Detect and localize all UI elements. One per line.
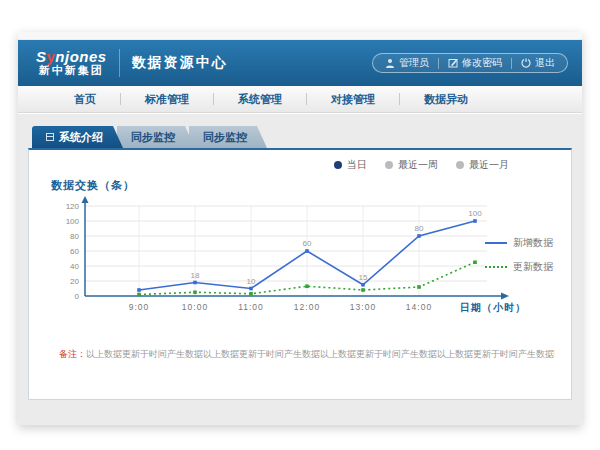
svg-text:9:00: 9:00 xyxy=(129,302,150,312)
document-icon xyxy=(46,133,54,141)
brand: Synjones 新中新集团 数据资源中心 xyxy=(36,49,228,77)
content-area: 系统介绍 同步监控 同步监控 当日 最近一周 xyxy=(18,114,582,425)
legend-label: 新增数据 xyxy=(513,236,553,250)
pill-divider xyxy=(438,58,439,69)
tab-sync-monitor-1[interactable]: 同步监控 xyxy=(117,126,195,148)
edit-icon xyxy=(448,58,458,68)
svg-text:100: 100 xyxy=(66,217,80,226)
power-icon xyxy=(521,58,531,68)
radio-label: 最近一月 xyxy=(469,158,509,172)
svg-text:20: 20 xyxy=(70,277,79,286)
svg-text:80: 80 xyxy=(415,224,424,233)
user-name-label: 管理员 xyxy=(399,56,429,70)
svg-text:12:00: 12:00 xyxy=(294,302,320,312)
user-menu: 管理员 修改密码 退出 xyxy=(372,53,568,73)
app-header: Synjones 新中新集团 数据资源中心 管理员 修改密码 退出 xyxy=(18,40,582,86)
legend-item-updated-data: 更新数据 xyxy=(485,260,553,274)
footnote: 备注：以上数据更新于时间产生数据以上数据更新于时间产生数据以上数据更新于时间产生… xyxy=(59,348,555,361)
chart-panel: 当日 最近一周 最近一月 数据交换（条） 0204060801001209:00… xyxy=(28,148,572,400)
radio-last-week[interactable]: 最近一周 xyxy=(385,158,438,172)
svg-text:120: 120 xyxy=(66,202,80,211)
radio-last-month[interactable]: 最近一月 xyxy=(456,158,509,172)
svg-text:60: 60 xyxy=(303,239,312,248)
main-nav: 首页 标准管理 系统管理 对接管理 数据异动 xyxy=(18,86,582,113)
svg-text:100: 100 xyxy=(468,209,482,218)
nav-item-data-change[interactable]: 数据异动 xyxy=(400,92,492,107)
tab-label: 同步监控 xyxy=(203,126,247,148)
line-chart: 0204060801001209:0010:0011:0012:0013:001… xyxy=(39,194,531,326)
footnote-label: 备注： xyxy=(59,349,86,359)
pill-divider xyxy=(511,58,512,69)
svg-text:11:00: 11:00 xyxy=(238,302,264,312)
radio-dot xyxy=(456,161,464,169)
svg-text:10:00: 10:00 xyxy=(182,302,208,312)
nav-item-interface-mgmt[interactable]: 对接管理 xyxy=(307,92,399,107)
radio-label: 最近一周 xyxy=(398,158,438,172)
legend-swatch-dotted xyxy=(485,266,507,268)
tab-bar: 系统介绍 同步监控 同步监控 xyxy=(28,126,572,148)
radio-dot xyxy=(334,161,342,169)
legend-swatch-solid xyxy=(485,242,507,244)
svg-text:日期（小时）: 日期（小时） xyxy=(460,302,526,313)
nav-item-standard-mgmt[interactable]: 标准管理 xyxy=(121,92,213,107)
radio-dot xyxy=(385,161,393,169)
svg-text:13:00: 13:00 xyxy=(350,302,376,312)
user-name[interactable]: 管理员 xyxy=(385,56,429,70)
window-top-strip xyxy=(18,32,582,40)
tab-label: 系统介绍 xyxy=(59,126,103,148)
nav-item-home[interactable]: 首页 xyxy=(50,92,120,107)
chart-legend: 新增数据 更新数据 xyxy=(485,236,553,284)
legend-item-new-data: 新增数据 xyxy=(485,236,553,250)
radio-label: 当日 xyxy=(347,158,367,172)
svg-text:10: 10 xyxy=(247,277,256,286)
logo: Synjones 新中新集团 xyxy=(36,49,107,76)
user-icon xyxy=(385,58,395,68)
change-password-label: 修改密码 xyxy=(462,56,502,70)
logout-button[interactable]: 退出 xyxy=(521,56,555,70)
radio-today[interactable]: 当日 xyxy=(334,158,367,172)
logo-wordmark: Synjones xyxy=(36,49,107,65)
y-axis-label: 数据交换（条） xyxy=(51,178,135,193)
svg-text:60: 60 xyxy=(70,247,79,256)
brand-divider xyxy=(119,49,120,77)
svg-text:15: 15 xyxy=(359,273,368,282)
tab-sync-monitor-2[interactable]: 同步监控 xyxy=(189,126,267,148)
svg-text:0: 0 xyxy=(75,292,80,301)
logo-company-name: 新中新集团 xyxy=(36,65,107,77)
change-password-button[interactable]: 修改密码 xyxy=(448,56,502,70)
app-window: Synjones 新中新集团 数据资源中心 管理员 修改密码 退出 首页 xyxy=(18,32,582,425)
tab-system-intro[interactable]: 系统介绍 xyxy=(32,126,123,148)
page-title: 数据资源中心 xyxy=(132,54,228,72)
legend-label: 更新数据 xyxy=(513,260,553,274)
tab-label: 同步监控 xyxy=(131,126,175,148)
range-filter: 当日 最近一周 最近一月 xyxy=(334,158,509,172)
svg-text:80: 80 xyxy=(70,232,79,241)
nav-item-system-mgmt[interactable]: 系统管理 xyxy=(214,92,306,107)
svg-text:14:00: 14:00 xyxy=(406,302,432,312)
logout-label: 退出 xyxy=(535,56,555,70)
svg-text:40: 40 xyxy=(70,262,79,271)
svg-text:18: 18 xyxy=(191,271,200,280)
footnote-text: 以上数据更新于时间产生数据以上数据更新于时间产生数据以上数据更新于时间产生数据以… xyxy=(86,349,555,359)
